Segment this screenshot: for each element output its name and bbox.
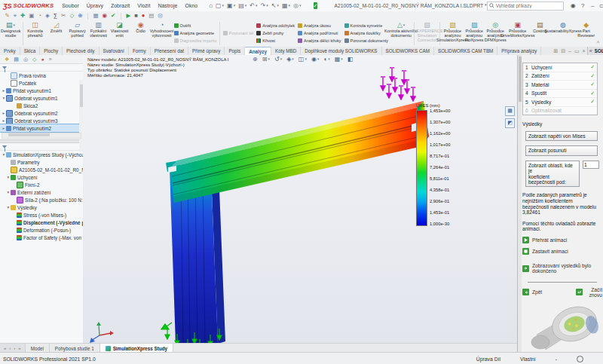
edit-appearance-icon[interactable]: ◐: [323, 56, 329, 63]
ribbon-button-cidlo[interactable]: ◉ Čidlo: [130, 20, 152, 47]
tree-item-odebrat-vysunutim1[interactable]: ▾Odebrat vysunutím1: [0, 94, 83, 102]
ribbon-item-diagnostika-importu[interactable]: Diagnostika importu: [174, 37, 217, 44]
open-icon[interactable]: ▣: [227, 2, 235, 10]
tree-item-pocatek[interactable]: Počátek: [0, 79, 83, 87]
ribbon-item-overit[interactable]: Ověřit: [174, 22, 217, 29]
trim-icon[interactable]: ✂: [61, 11, 66, 20]
tree-item-uchyceni[interactable]: ▾Uchycení: [0, 173, 83, 181]
tree-item-factor-of-safety[interactable]: Factor of Safety (-Max. von Mises...: [0, 234, 83, 241]
show-displacement-button[interactable]: Zobrazit posunutí: [525, 145, 598, 155]
zoom-area-icon[interactable]: ⊞: [262, 56, 270, 63]
menu-nastroje[interactable]: Nástroje: [154, 3, 181, 8]
ribbon-item-analyza-delici-krivky[interactable]: Analýza dělicí křivky: [298, 37, 341, 44]
tree-item-vysledky[interactable]: ▾Výsledky: [0, 203, 83, 211]
collapse-pane-icon[interactable]: «: [589, 48, 592, 54]
task-pane-scrollbar[interactable]: [518, 55, 522, 352]
zoom-fit-icon[interactable]: ⊕: [253, 56, 258, 63]
last-tab-icon[interactable]: »: [18, 346, 20, 350]
stop-animation-icon[interactable]: ■: [134, 11, 138, 20]
restore-button[interactable]: ▭: [598, 2, 603, 9]
ribbon-item-analyza-odchylek[interactable]: Analýza odchylek: [256, 22, 295, 29]
step-spustit[interactable]: 4Spustit✓: [523, 90, 597, 99]
new-document-icon[interactable]: ▢: [216, 2, 224, 10]
tab-solidworks-cam[interactable]: SOLIDWORKS CAM: [382, 47, 434, 55]
tab-doplnkove-moduly[interactable]: Doplňkové moduly SOLIDWORKS: [301, 47, 381, 55]
stop-animation-row[interactable]: Zastavit animaci: [522, 248, 602, 255]
appearance-tool-icon[interactable]: ◈: [45, 11, 50, 20]
help-icon[interactable]: ?: [578, 2, 588, 9]
options-icon[interactable]: ◎: [293, 2, 302, 10]
ribbon-button-kontrola-aktivniho-dokumentu[interactable]: △ Kontrola aktivního dokumentu: [390, 20, 412, 47]
menu-soubor[interactable]: Soubor: [58, 3, 83, 8]
section-view-icon[interactable]: ◧: [347, 56, 354, 63]
ribbon-item-analyza-geometrie[interactable]: Analýza geometrie: [174, 29, 217, 37]
ribbon-item-zebri-pruhy[interactable]: Zebří pruhy: [256, 29, 295, 37]
doc-tile-icon[interactable]: ⊞: [553, 48, 558, 54]
step-optimalizovat[interactable]: 6Optimalizovat: [523, 107, 597, 115]
featuremanager-tree-icon[interactable]: ❖: [5, 57, 9, 63]
tree-item-sila-2[interactable]: Síla-2 (:Na položku: 100 N:): [0, 196, 83, 203]
hide-show-items-icon[interactable]: ◉: [311, 56, 320, 63]
ribbon-button-driveworksxpress[interactable]: ▣ Průvodce DriveWorksXpress: [506, 20, 529, 47]
evaluate-tool-icon[interactable]: ◔: [38, 11, 41, 20]
tab-analyzy[interactable]: Analýzy: [245, 47, 271, 55]
add-tool-icon[interactable]: ✚: [20, 11, 25, 20]
ribbon-button-part-reviewer[interactable]: ◆ Part Reviewer: [576, 20, 597, 47]
display-style-icon[interactable]: ◫: [298, 56, 307, 63]
tree-item-deformation[interactable]: Deformation (-Posun-): [0, 226, 83, 234]
show-von-mises-button[interactable]: Zobrazit napětí von Mises: [525, 131, 598, 141]
ribbon-button-popisovy-pohled[interactable]: ▱ Popisový pohled: [67, 20, 88, 47]
tree-item-fixni-2[interactable]: Fixní-2: [0, 181, 83, 188]
status-units[interactable]: Vlastní: [520, 356, 536, 362]
ribbon-button-kontrola-presahu[interactable]: ◫ Kontrola přesahů: [25, 20, 46, 47]
settings-icon[interactable]: ◎: [158, 11, 163, 20]
ribbon-button-sustainabilityxpress[interactable]: ◍ SustainabilityXpress: [550, 20, 575, 47]
ribbon-button-zmerit[interactable]: ◿ Změřit: [46, 20, 67, 47]
tree-item-prava-rovina[interactable]: Pravá rovina: [0, 72, 83, 79]
step-material[interactable]: 3Materiál✓: [523, 81, 597, 90]
step-vysledky[interactable]: 5Výsledky✓: [523, 98, 597, 107]
prev-tab-icon[interactable]: ‹: [9, 346, 11, 350]
record-icon[interactable]: ●: [142, 11, 145, 20]
back-button-label[interactable]: Zpět: [532, 289, 542, 295]
ribbon-button-vlastnosti-entit[interactable]: ◪ Vlastnosti entit: [109, 20, 130, 47]
graphics-viewport[interactable]: Název modelu: A21005-02_M-01-01-02_R0_NO…: [83, 55, 517, 343]
filter-funnel-icon[interactable]: [2, 145, 7, 148]
tree-item-stress[interactable]: Stress (-von Mises-): [0, 211, 83, 219]
rebuild-icon[interactable]: ▦: [282, 2, 290, 10]
geometry-icon[interactable]: ◇: [69, 11, 74, 20]
tab-svarovani[interactable]: Svařování: [99, 47, 129, 55]
tree-item-parametry[interactable]: Parametry: [0, 158, 83, 166]
play-animation-row[interactable]: Přehrát animaci: [522, 237, 602, 243]
tree-item-part[interactable]: A21005-02_M-01-01-02_R0_NOSN...: [0, 166, 83, 173]
menu-zobrazit[interactable]: Zobrazit: [107, 3, 133, 8]
menu-upravy[interactable]: Úpravy: [83, 3, 107, 8]
dimxpertmanager-icon[interactable]: ◇: [32, 57, 36, 63]
save-icon[interactable]: ▤: [238, 2, 246, 10]
home-icon[interactable]: ⌂: [209, 2, 213, 10]
select-icon[interactable]: ↖: [271, 2, 279, 10]
tab-priprava-analyzy[interactable]: Příprava analýzy: [497, 47, 541, 55]
tab-solidworks-cam-tbm[interactable]: SOLIDWORKS CAM TBM: [434, 47, 497, 55]
propertymanager-icon[interactable]: ▤: [14, 57, 19, 63]
status-gear-icon[interactable]: [577, 356, 583, 362]
show-fos-regions-button[interactable]: Zobrazit oblasti, kde je koeficient bezp…: [525, 161, 580, 188]
ribbon-button-3dexperience-connector[interactable]: ▧ 3DEXPERIENCE Simulation Connector: [416, 20, 438, 47]
plot-tools-icon[interactable]: ◩: [505, 118, 515, 128]
ribbon-button-floxpress[interactable]: ▨ Průvodce analýzou FloXpress: [464, 20, 485, 47]
menu-vlozit[interactable]: Vložit: [133, 3, 154, 8]
tree-item-odebrat-vysunutim3[interactable]: ▸Odebrat vysunutím3: [0, 117, 83, 124]
tree-item-displacement[interactable]: Displacement (-Výsledné posun...: [0, 219, 83, 226]
ribbon-item-porovnat-dokumenty[interactable]: Porovnat dokumenty: [344, 37, 388, 44]
menu-okno[interactable]: Okno: [181, 3, 201, 8]
more-tabs-icon[interactable]: »: [49, 57, 52, 62]
ribbon-button-fyzikalni-vlastnosti[interactable]: ▥ Fyzikální vlastnosti: [88, 20, 109, 47]
tab-popis[interactable]: Popis: [225, 47, 245, 55]
ribbon-button-designova-studie[interactable]: ▤ Designová studie: [0, 20, 21, 47]
report-icon[interactable]: ▤: [148, 11, 154, 20]
displaymanager-icon[interactable]: ●: [41, 57, 44, 62]
tree-item-externi-zatizeni[interactable]: ▾Externí zatížení: [0, 188, 83, 196]
zoom-tool-icon[interactable]: ⊕: [78, 11, 82, 20]
equations-icon[interactable]: ∑: [54, 11, 57, 20]
ribbon-button-simulationxpress[interactable]: ▧ Průvodce analýzou SimulationXpress: [442, 20, 464, 47]
